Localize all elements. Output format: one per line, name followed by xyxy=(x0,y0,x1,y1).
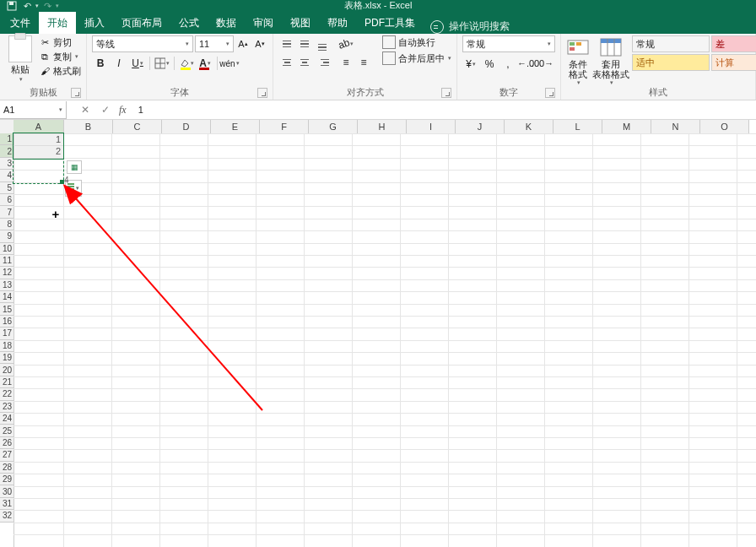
name-box[interactable]: A1▾ xyxy=(0,101,67,119)
row-header-12[interactable]: 12 xyxy=(0,267,14,279)
clipboard-launcher-icon[interactable] xyxy=(71,88,81,98)
tab-pdf[interactable]: PDF工具集 xyxy=(356,12,424,34)
number-launcher-icon[interactable] xyxy=(545,88,555,98)
col-header-j[interactable]: J xyxy=(456,120,505,133)
save-icon[interactable] xyxy=(5,1,19,11)
merge-center-button[interactable]: 合并后居中▾ xyxy=(382,51,451,65)
tab-home[interactable]: 开始 xyxy=(39,12,76,34)
row-header-30[interactable]: 30 xyxy=(0,485,14,497)
font-launcher-icon[interactable] xyxy=(257,88,267,98)
row-header-21[interactable]: 21 xyxy=(0,376,14,388)
align-right-button[interactable] xyxy=(314,54,331,71)
row-header-14[interactable]: 14 xyxy=(0,291,14,303)
tab-data[interactable]: 数据 xyxy=(208,12,245,34)
shrink-font-button[interactable]: A▾ xyxy=(252,36,267,51)
wrap-text-button[interactable]: 自动换行 xyxy=(382,35,451,49)
row-header-24[interactable]: 24 xyxy=(0,413,14,425)
col-header-b[interactable]: B xyxy=(64,120,113,133)
tab-view[interactable]: 视图 xyxy=(282,12,319,34)
borders-button[interactable]: ▾ xyxy=(154,55,170,72)
style-normal[interactable]: 常规 xyxy=(632,35,710,52)
col-header-l[interactable]: L xyxy=(554,120,602,133)
align-center-button[interactable] xyxy=(296,54,313,71)
format-painter-button[interactable]: 🖌格式刷 xyxy=(39,64,81,78)
copy-dropdown-icon[interactable]: ▾ xyxy=(75,53,78,60)
row-header-27[interactable]: 27 xyxy=(0,449,14,461)
font-size-select[interactable]: 11▾ xyxy=(195,35,234,52)
col-header-f[interactable]: F xyxy=(260,120,309,133)
conditional-formatting-button[interactable]: 条件格式▾ xyxy=(566,35,590,86)
paste-dropdown-icon[interactable]: ▾ xyxy=(19,76,23,83)
align-top-button[interactable] xyxy=(278,35,295,52)
tab-review[interactable]: 审阅 xyxy=(245,12,282,34)
cell-area[interactable]: 1 2 ▦ ▾ 4 + xyxy=(14,133,756,547)
spreadsheet-grid[interactable]: ABCDEFGHIJKLMNO 123456789101112131415161… xyxy=(0,120,756,547)
fill-color-button[interactable]: ▾ xyxy=(178,55,195,72)
percent-button[interactable]: % xyxy=(481,56,498,73)
row-header-3[interactable]: 3 xyxy=(0,158,14,170)
row-header-5[interactable]: 5 xyxy=(0,182,14,194)
row-header-1[interactable]: 1 xyxy=(0,133,14,145)
col-header-g[interactable]: G xyxy=(309,120,358,133)
number-format-select[interactable]: 常规▾ xyxy=(462,35,555,52)
row-header-19[interactable]: 19 xyxy=(0,352,14,364)
formula-input[interactable]: 1 xyxy=(138,105,143,115)
chevron-down-icon[interactable]: ▾ xyxy=(448,55,451,62)
col-header-m[interactable]: M xyxy=(602,120,651,133)
row-header-9[interactable]: 9 xyxy=(0,230,14,242)
col-header-e[interactable]: E xyxy=(211,120,260,133)
row-header-29[interactable]: 29 xyxy=(0,474,14,485)
row-header-23[interactable]: 23 xyxy=(0,401,14,413)
col-header-n[interactable]: N xyxy=(651,120,700,133)
row-headers[interactable]: 1234567891011121314151617181920212223242… xyxy=(0,133,14,547)
row-header-10[interactable]: 10 xyxy=(0,243,14,255)
format-as-table-button[interactable]: 套用 表格格式▾ xyxy=(593,35,629,86)
col-header-k[interactable]: K xyxy=(505,120,554,133)
row-header-2[interactable]: 2 xyxy=(0,145,14,157)
redo-dropdown-icon[interactable]: ▾ xyxy=(56,3,59,9)
col-header-o[interactable]: O xyxy=(700,120,749,133)
tab-formulas[interactable]: 公式 xyxy=(170,12,208,34)
tab-insert[interactable]: 插入 xyxy=(76,12,113,34)
row-header-18[interactable]: 18 xyxy=(0,340,14,352)
fx-icon[interactable]: fx xyxy=(119,104,127,116)
row-header-16[interactable]: 16 xyxy=(0,316,14,328)
indent-increase-button[interactable]: ≡ xyxy=(355,54,372,71)
row-header-11[interactable]: 11 xyxy=(0,255,14,267)
cell-styles-gallery[interactable]: 常规 差 适中 计算 ▾ xyxy=(632,35,756,71)
row-header-6[interactable]: 6 xyxy=(0,194,14,206)
row-header-32[interactable]: 32 xyxy=(0,510,14,522)
enter-formula-icon[interactable]: ✓ xyxy=(99,103,112,116)
grow-font-button[interactable]: A▴ xyxy=(235,36,251,51)
font-name-select[interactable]: 等线▾ xyxy=(92,35,193,52)
row-header-31[interactable]: 31 xyxy=(0,498,14,510)
currency-button[interactable]: ¥▾ xyxy=(462,56,479,73)
align-bottom-button[interactable] xyxy=(314,35,331,52)
row-header-15[interactable]: 15 xyxy=(0,303,14,315)
col-header-h[interactable]: H xyxy=(358,120,407,133)
font-color-button[interactable]: A▾ xyxy=(197,55,213,72)
row-header-25[interactable]: 25 xyxy=(0,425,14,436)
style-bad[interactable]: 差 xyxy=(711,35,756,52)
underline-button[interactable]: U▾ xyxy=(129,55,146,72)
indent-decrease-button[interactable]: ≡ xyxy=(338,54,354,71)
row-header-7[interactable]: 7 xyxy=(0,206,14,218)
redo-icon[interactable]: ↷ xyxy=(40,1,54,11)
tab-file[interactable]: 文件 xyxy=(2,12,39,34)
italic-button[interactable]: I xyxy=(111,55,127,72)
align-left-button[interactable] xyxy=(278,54,295,71)
copy-button[interactable]: ⧉复制▾ xyxy=(39,50,81,63)
align-middle-button[interactable] xyxy=(296,35,313,52)
alignment-launcher-icon[interactable] xyxy=(441,88,451,98)
cancel-formula-icon[interactable]: ✕ xyxy=(78,103,92,116)
paste-button[interactable]: 粘贴 ▾ xyxy=(5,35,35,83)
undo-dropdown-icon[interactable]: ▾ xyxy=(35,3,39,9)
col-header-i[interactable]: I xyxy=(407,120,456,133)
undo-icon[interactable]: ↶ xyxy=(20,1,34,11)
row-header-13[interactable]: 13 xyxy=(0,279,14,291)
row-header-28[interactable]: 28 xyxy=(0,462,14,474)
row-header-17[interactable]: 17 xyxy=(0,328,14,339)
decrease-decimal-button[interactable]: .00→ xyxy=(535,56,550,71)
col-header-a[interactable]: A xyxy=(14,120,64,133)
style-good[interactable]: 适中 xyxy=(632,54,710,71)
